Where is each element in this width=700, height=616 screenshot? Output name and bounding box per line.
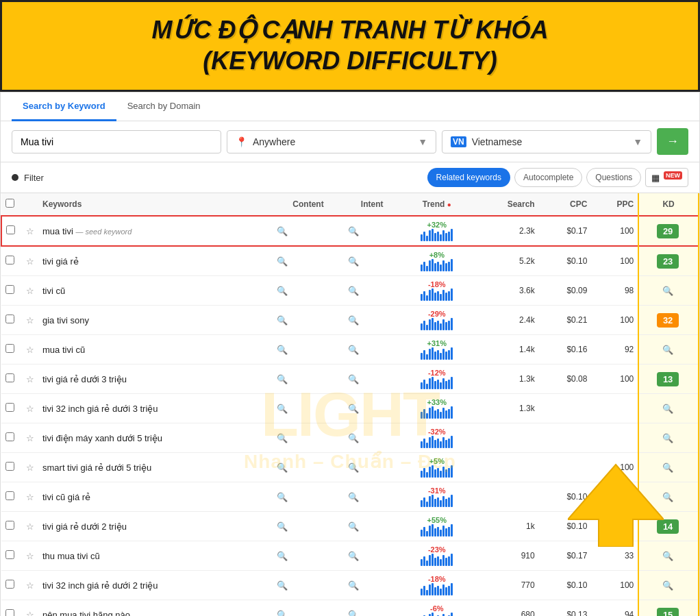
star-icon[interactable]: ☆ [26,345,34,355]
row-checkbox[interactable] [5,403,14,412]
star-icon[interactable]: ☆ [26,286,34,296]
filter-button[interactable]: Filter [24,173,44,183]
content-icon[interactable]: 🔍 [277,580,288,591]
intent-icon[interactable]: 🔍 [348,315,359,325]
col-search: Search [474,193,539,216]
content-icon[interactable]: 🔍 [277,226,288,236]
kd-search-icon[interactable]: 🔍 [662,551,673,561]
row-checkbox[interactable] [5,521,14,530]
cpc-cell: $0.08 [539,365,592,394]
star-icon[interactable]: ☆ [26,374,34,384]
kd-search-icon[interactable]: 🔍 [662,492,673,502]
star-icon[interactable]: ☆ [26,256,34,267]
row-checkbox[interactable] [5,550,14,559]
ppc-cell: 100 [591,306,638,335]
kd-search-icon[interactable]: 🔍 [662,286,673,296]
intent-icon[interactable]: 🔍 [348,610,359,616]
location-select[interactable]: 📍 Anywhere ▼ [227,130,436,153]
star-icon[interactable]: ☆ [26,226,34,236]
intent-icon[interactable]: 🔍 [348,521,359,532]
star-icon[interactable]: ☆ [26,610,34,616]
trend-pct: -12% [404,369,470,377]
row-checkbox[interactable] [5,609,14,616]
content-icon[interactable]: 🔍 [277,463,288,473]
row-checkbox[interactable] [5,285,14,294]
star-icon[interactable]: ☆ [26,551,34,561]
row-checkbox-cell [1,512,22,541]
intent-icon[interactable]: 🔍 [348,345,359,355]
row-checkbox[interactable] [5,344,14,353]
intent-icon[interactable]: 🔍 [348,551,359,561]
row-checkbox[interactable] [6,225,15,234]
star-icon[interactable]: ☆ [26,404,34,414]
extra-tool-button[interactable]: ▦ NEW [645,168,688,187]
row-checkbox[interactable] [5,315,14,323]
content-icon[interactable]: 🔍 [277,286,288,296]
col-trend: Trend ● [400,193,474,216]
keyword-input[interactable] [12,130,221,153]
row-star-cell: ☆ [22,394,38,423]
kd-search-icon[interactable]: 🔍 [662,404,673,414]
star-icon[interactable]: ☆ [26,580,34,591]
kd-cell: 🔍 [638,423,699,453]
intent-icon[interactable]: 🔍 [348,492,359,502]
intent-icon[interactable]: 🔍 [348,580,359,591]
content-icon[interactable]: 🔍 [277,492,288,502]
content-cell: 🔍 [273,246,345,276]
autocomplete-button[interactable]: Autocomplete [514,168,582,187]
content-icon[interactable]: 🔍 [277,404,288,414]
row-checkbox[interactable] [5,580,14,589]
tab-search-keyword[interactable]: Search by Keyword [12,93,116,121]
questions-button[interactable]: Questions [586,168,641,187]
row-checkbox[interactable] [5,491,14,500]
star-icon[interactable]: ☆ [26,315,34,325]
content-cell: 🔍 [273,216,345,246]
trend-pct: -32% [404,428,470,436]
content-icon[interactable]: 🔍 [277,345,288,355]
content-icon[interactable]: 🔍 [277,521,288,532]
kd-search-icon[interactable]: 🔍 [662,433,673,443]
col-content: Content [273,193,345,216]
content-col-label: Content [292,199,323,209]
tab-search-domain[interactable]: Search by Domain [116,93,212,121]
row-star-cell: ☆ [22,276,38,306]
search-button[interactable]: → [657,128,688,155]
star-icon[interactable]: ☆ [26,521,34,532]
intent-icon[interactable]: 🔍 [348,374,359,384]
kd-search-icon[interactable]: 🔍 [662,580,673,591]
intent-icon[interactable]: 🔍 [348,256,359,267]
ppc-col-label: PPC [617,199,634,209]
row-checkbox[interactable] [5,373,14,382]
intent-icon[interactable]: 🔍 [348,286,359,296]
row-checkbox-cell [1,276,22,306]
star-icon[interactable]: ☆ [26,463,34,473]
intent-cell: 🔍 [344,541,400,571]
related-keywords-button[interactable]: Related keywords [427,168,510,187]
content-icon[interactable]: 🔍 [277,610,288,616]
content-icon[interactable]: 🔍 [277,256,288,267]
trend-cell: -23% [400,541,474,571]
row-checkbox[interactable] [5,256,14,264]
trend-pct: +55% [404,516,470,524]
select-all-checkbox[interactable] [5,199,14,208]
intent-icon[interactable]: 🔍 [348,226,359,236]
content-icon[interactable]: 🔍 [277,433,288,443]
kd-search-icon[interactable]: 🔍 [662,463,673,473]
location-value: Anywhere [253,136,295,147]
language-select[interactable]: VN Vietnamese ▼ [442,130,651,153]
content-icon[interactable]: 🔍 [277,315,288,325]
intent-icon[interactable]: 🔍 [348,463,359,473]
content-icon[interactable]: 🔍 [277,551,288,561]
star-icon[interactable]: ☆ [26,433,34,443]
intent-icon[interactable]: 🔍 [348,404,359,414]
col-kd: KD [638,193,699,216]
row-checkbox[interactable] [5,432,14,441]
keyword-text: tivi 32 inch giá rẻ dưới 3 triệu [42,404,158,414]
keyword-cell: tivi giá rẻ dưới 3 triệu [38,365,273,394]
keyword-cell: tivi cũ giá rẻ [38,482,273,512]
star-icon[interactable]: ☆ [26,492,34,502]
kd-search-icon[interactable]: 🔍 [662,345,673,355]
content-icon[interactable]: 🔍 [277,374,288,384]
intent-icon[interactable]: 🔍 [348,433,359,443]
row-checkbox[interactable] [5,462,14,471]
